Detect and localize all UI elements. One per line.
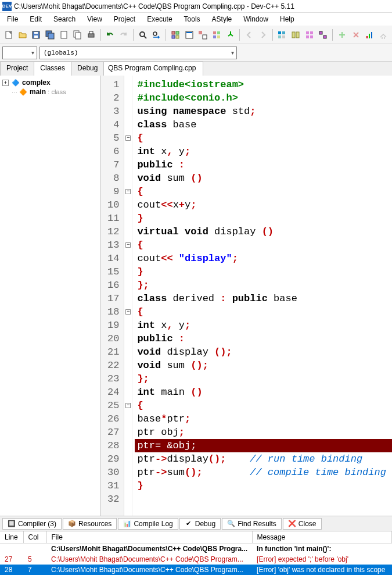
rebuild-icon[interactable]	[210, 28, 223, 42]
open-file-icon[interactable]	[16, 28, 29, 42]
save-icon[interactable]	[30, 28, 42, 42]
fold-toggle-icon[interactable]: −	[125, 135, 131, 141]
btab-resources[interactable]: 📦Resources	[63, 518, 117, 530]
btab-find-results[interactable]: 🔍Find Results	[222, 518, 282, 530]
fold-toggle-icon[interactable]: −	[125, 189, 131, 194]
bookmark-icon[interactable]	[303, 28, 316, 42]
tab-classes[interactable]: Classes	[34, 62, 71, 76]
class-tree[interactable]: + 🔷 complex ⋯ 🔶 main : class	[0, 76, 100, 516]
menu-project[interactable]: Project	[109, 14, 140, 24]
code-content[interactable]: #include<iostream>#include<conio.h>using…	[132, 76, 392, 516]
globals-combo[interactable]: (globals)	[39, 47, 237, 59]
code-line[interactable]: cout<< "display";	[135, 252, 392, 265]
clean-icon[interactable]	[377, 28, 390, 42]
debug-icon[interactable]	[224, 28, 237, 42]
code-line[interactable]: }	[135, 479, 392, 492]
btab-compiler-[interactable]: 🔲Compiler (3)	[2, 518, 62, 530]
tree-item-main[interactable]: ⋯ 🔶 main : class	[12, 87, 98, 97]
menu-view[interactable]: View	[82, 14, 107, 24]
code-line[interactable]: int x, y;	[135, 319, 392, 332]
compiler-row[interactable]: C:\Users\Mohit Bhagat\Documents\C++ Code…	[0, 544, 392, 555]
code-line[interactable]: int x, y;	[135, 145, 392, 158]
code-line[interactable]: ptr= &obj;	[135, 439, 392, 452]
code-line[interactable]: using namespace std;	[135, 105, 392, 118]
expand-icon[interactable]: +	[2, 80, 9, 86]
code-line[interactable]: };	[135, 278, 392, 292]
close-all-icon[interactable]	[71, 28, 84, 42]
tab-debug[interactable]: Debug	[71, 62, 104, 76]
code-line[interactable]: ptr obj;	[135, 426, 392, 439]
fold-toggle-icon[interactable]: −	[125, 403, 131, 408]
btab-compile-log[interactable]: 📊Compile Log	[118, 518, 178, 530]
replace-icon[interactable]	[150, 28, 163, 42]
svg-rect-3	[34, 32, 38, 34]
prev-icon[interactable]	[243, 28, 256, 42]
undo-icon[interactable]	[104, 28, 117, 42]
code-line[interactable]: {	[135, 131, 392, 145]
fold-toggle-icon[interactable]: −	[125, 242, 131, 248]
add-watch-icon[interactable]	[336, 28, 348, 42]
code-line[interactable]: public :	[135, 332, 392, 345]
code-line[interactable]: base*ptr;	[135, 412, 392, 426]
compiler-row[interactable]: 275C:\Users\Mohit Bhagat\Documents\C++ C…	[0, 554, 392, 565]
menu-edit[interactable]: Edit	[25, 14, 46, 24]
compiler-row[interactable]: 287C:\Users\Mohit Bhagat\Documents\C++ C…	[0, 565, 392, 575]
btab-close[interactable]: ❌Close	[283, 518, 322, 530]
tab-project[interactable]: Project	[0, 62, 34, 76]
code-line[interactable]: };	[135, 372, 392, 385]
btab-debug[interactable]: ✔Debug	[179, 518, 221, 530]
code-line[interactable]: public :	[135, 158, 392, 172]
profile-icon[interactable]	[363, 28, 376, 42]
menu-tools[interactable]: Tools	[179, 14, 205, 24]
code-line[interactable]: cout<<x+y;	[135, 198, 392, 212]
compiler-output[interactable]: LineColFileMessage C:\Users\Mohit Bhagat…	[0, 531, 392, 575]
code-line[interactable]: }	[135, 212, 392, 225]
code-line[interactable]: ptr->sum(); // compile time binding	[135, 466, 392, 479]
col-message[interactable]: Message	[252, 531, 391, 544]
menu-execute[interactable]: Execute	[142, 14, 177, 24]
find-icon[interactable]	[136, 28, 149, 42]
scope-combo[interactable]	[2, 47, 37, 59]
menu-astyle[interactable]: AStyle	[207, 14, 237, 24]
compile-run-icon[interactable]	[196, 28, 209, 42]
goto-icon[interactable]	[317, 28, 330, 42]
tree-item-complex[interactable]: + 🔷 complex	[2, 78, 98, 87]
redo-icon[interactable]	[117, 28, 130, 42]
save-all-icon[interactable]	[44, 28, 56, 42]
code-line[interactable]: ptr->display(); // run time binding	[135, 452, 392, 466]
code-line[interactable]	[135, 492, 392, 506]
code-line[interactable]: }	[135, 265, 392, 278]
next-icon[interactable]	[257, 28, 269, 42]
code-line[interactable]: void sum ()	[135, 172, 392, 185]
code-line[interactable]: int main ()	[135, 385, 392, 399]
fold-toggle-icon[interactable]: −	[125, 309, 131, 315]
menu-help[interactable]: Help	[275, 14, 299, 24]
tab-source-file[interactable]: QBS Program Compling.cpp	[100, 62, 203, 76]
code-line[interactable]: {	[135, 399, 392, 412]
col-line[interactable]: Line	[0, 531, 23, 544]
compile-icon[interactable]	[169, 28, 182, 42]
col-file[interactable]: File	[46, 531, 252, 544]
menu-search[interactable]: Search	[49, 14, 80, 24]
code-editor[interactable]: 1 2 3 4 5 6 7 8 9 10 11 12 13 14 15 16 1…	[100, 76, 392, 516]
code-line[interactable]: void sum ();	[135, 359, 392, 372]
code-line[interactable]: class derived : public base	[135, 292, 392, 305]
code-line[interactable]: #include<iostream>	[135, 78, 392, 91]
code-line[interactable]: virtual void display ()	[135, 225, 392, 238]
menu-file[interactable]: File	[2, 14, 23, 24]
code-line[interactable]: {	[135, 305, 392, 319]
remove-watch-icon[interactable]	[350, 28, 362, 42]
code-line[interactable]: #include<conio.h>	[135, 91, 392, 105]
code-line[interactable]: {	[135, 185, 392, 198]
code-line[interactable]: {	[135, 238, 392, 252]
close-file-icon[interactable]	[57, 28, 70, 42]
insert-icon[interactable]	[289, 28, 302, 42]
new-class-icon[interactable]	[276, 28, 289, 42]
new-file-icon[interactable]	[2, 28, 15, 42]
code-line[interactable]: class base	[135, 118, 392, 131]
print-icon[interactable]	[85, 28, 98, 42]
code-line[interactable]: void display ();	[135, 345, 392, 359]
run-icon[interactable]	[183, 28, 196, 42]
col-col[interactable]: Col	[23, 531, 46, 544]
menu-window[interactable]: Window	[239, 14, 273, 24]
